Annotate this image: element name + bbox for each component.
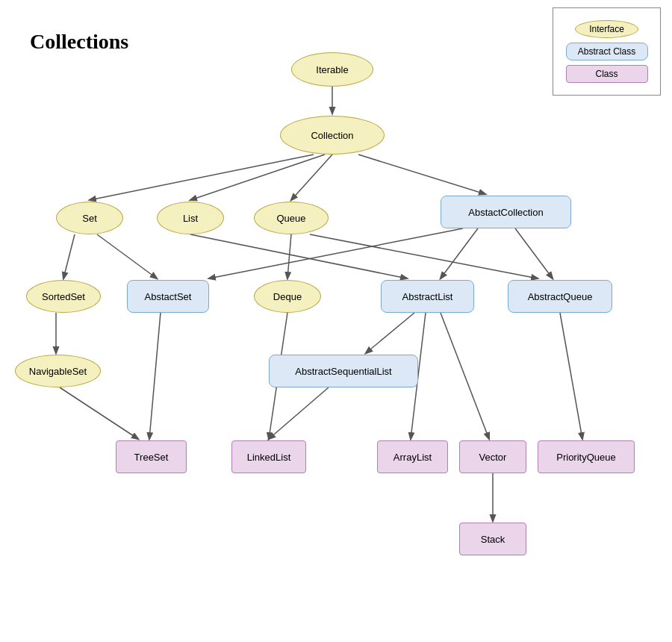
node-sortedset: SortedSet <box>26 280 101 313</box>
node-abstractlist: AbstractList <box>381 280 474 313</box>
node-set: Set <box>56 202 123 234</box>
svg-line-18 <box>366 313 414 353</box>
node-linkedlist: LinkedList <box>231 440 306 473</box>
svg-line-7 <box>190 234 407 278</box>
node-iterable: Iterable <box>291 52 373 87</box>
svg-line-14 <box>149 313 161 439</box>
diagram-container: Collections Interface Abstract Class Cla… <box>0 0 672 642</box>
legend-abstract: Abstract Class <box>566 43 648 60</box>
svg-line-12 <box>515 228 553 278</box>
svg-line-11 <box>441 228 478 278</box>
node-abstactset: AbstactSet <box>127 280 209 313</box>
node-collection: Collection <box>280 116 385 155</box>
node-queue: Queue <box>254 202 329 234</box>
svg-line-2 <box>190 155 325 200</box>
node-navigableset: NavigableSet <box>15 355 101 387</box>
node-stack: Stack <box>459 523 526 555</box>
arrows-svg <box>0 0 672 642</box>
page-title: Collections <box>30 30 128 54</box>
svg-line-5 <box>63 234 75 278</box>
svg-line-4 <box>358 155 485 194</box>
svg-line-10 <box>209 228 463 278</box>
node-vector: Vector <box>459 440 526 473</box>
legend: Interface Abstract Class Class <box>553 7 661 96</box>
node-priorityqueue: PriorityQueue <box>538 440 635 473</box>
svg-line-17 <box>269 387 329 439</box>
node-treeset: TreeSet <box>116 440 187 473</box>
node-deque: Deque <box>254 280 321 313</box>
node-arraylist: ArrayList <box>377 440 448 473</box>
svg-line-1 <box>90 155 314 200</box>
legend-interface: Interface <box>575 20 638 38</box>
node-abstactcollection: AbstactCollection <box>441 196 571 228</box>
node-abstractsequentiallist: AbstractSequentialList <box>269 355 418 387</box>
svg-line-9 <box>310 234 538 278</box>
svg-line-20 <box>441 313 489 439</box>
svg-line-6 <box>97 234 157 278</box>
legend-class: Class <box>566 65 648 83</box>
node-list: List <box>157 202 224 234</box>
node-abstractqueue: AbstractQueue <box>508 280 612 313</box>
svg-line-8 <box>287 234 291 278</box>
svg-line-21 <box>560 313 582 439</box>
svg-line-3 <box>291 155 332 200</box>
svg-line-15 <box>60 387 138 439</box>
